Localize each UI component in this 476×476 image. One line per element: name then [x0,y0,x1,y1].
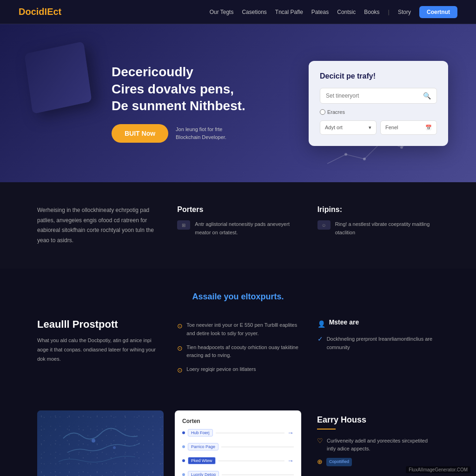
select-adyt[interactable]: Adyt ort ▾ [320,120,377,135]
diagram-body: Hub Foerj → Parrico Page Pked Wtew → Luo… [182,429,294,476]
logo-accent: Ect [47,7,61,17]
nav-link-pateas[interactable]: Pateas [311,9,329,15]
feature-col-3: Iripins: ☺ Ring! a nestlest vibrate coep… [317,205,439,245]
hero-cta: BUIT Now Jon leung fiot for frte Blockch… [112,124,309,143]
diagram-line-1 [221,447,294,447]
bottom-section: n Corten Hub Foerj → Parrico Page Pked W… [0,401,476,476]
diagram-dot-2 [182,459,185,462]
calendar-icon: 📅 [425,125,432,131]
assile-col-2: ⊙ Toe neevier inti your or E 550 pen Tur… [177,318,298,378]
feature-col3-title: Iripins: [317,205,439,214]
check-text-0: Dockhneling prerpront Ireanrliamontlincl… [327,335,439,351]
svg-point-5 [92,439,95,443]
bullet-icon-2: ⊙ [177,365,183,375]
watermark: FluxAIImageGenerator.COM [406,466,470,473]
assile-list-item-0: ⊙ Toe neevier inti your or E 550 pen Tur… [177,318,298,340]
check-icon-0: ✓ [317,335,323,343]
search-input[interactable] [326,93,423,99]
diagram-line-0 [216,433,284,433]
svg-point-6 [113,446,116,449]
diagram-node-0: Hub Foerj [188,429,213,436]
assile-list: ⊙ Toe neevier inti your or E 550 pen Tur… [177,318,298,378]
earn-title: Earry Houss [317,415,434,425]
nav-link-story[interactable]: Story [398,9,411,15]
nav-links: Our Tegts Casetions Tncal Pafle Pateas C… [210,6,457,18]
hero-cta-button[interactable]: BUIT Now [112,124,168,143]
assile-list-item-1: ⊙ Tien headpocets af coouty orhiction ou… [177,341,298,363]
earn-item-1: ⊕ Copottified [317,458,434,466]
assile-col1-title: Leaulll Prostpott [37,318,159,331]
diagram-dot-3 [182,473,185,476]
assile-list-text-1: Tien headpocets af coouty orhiction ouay… [186,344,298,360]
map-svg [37,410,164,476]
diagram-card: Corten Hub Foerj → Parrico Page Pked Wte… [175,410,301,476]
diagram-node-2-active: Pked Wtew [188,457,216,464]
search-card-title: Decicit pe trafy! [320,72,437,80]
nav-link-casetions[interactable]: Casetions [242,9,266,15]
hero-title-line3: De sunment Nithbest. [112,99,245,113]
hero-left: Decericoudly Cires dovalvs pens, De sunm… [37,64,309,142]
assile-title: Assaile you eltoxpurts. [37,292,439,302]
assile-col-1: Leaulll Prostpott What you ald calu the … [37,318,159,378]
map-card: n [37,410,164,476]
select-adyt-label: Adyt ort [325,125,343,130]
diagram-row-0: Hub Foerj → [182,429,294,436]
badge-icon: ⊕ [317,458,323,465]
iripins-icon: ☺ [317,220,331,230]
bullet-icon-0: ⊙ [177,321,183,331]
map-bg: n [37,410,164,476]
earn-item-0: ♡ Curliveneity adell and yoreecites sirc… [317,437,434,452]
nav-link-books[interactable]: Books [364,9,379,15]
diagram-row-1: Parrico Page [182,443,294,450]
diagram-line-2 [218,461,284,461]
earn-item-text-1: Copottified [326,458,352,466]
nav-cta-button[interactable]: Coertnut [419,6,457,18]
assile-col1-text: What you ald calu the Docbpotiy, atin gd… [37,336,159,364]
assile-list-text-0: Toe neevier inti your or E 550 pen Turbl… [186,321,298,337]
nav-link-contsic[interactable]: Contsic [337,9,356,15]
search-input-wrap: 🔍 [320,88,437,104]
logo-main: DocidI [19,7,47,17]
nav-link-tncal[interactable]: Tncal Pafle [275,9,303,15]
chevron-down-icon: ▾ [369,125,371,131]
radio-eracres[interactable]: Eracres [320,109,345,115]
nav-link-ourtegts[interactable]: Our Tegts [210,9,234,15]
diagram-arrow-2: → [287,457,294,464]
hero-title: Decericoudly Cires dovalvs pens, De sunm… [112,64,309,114]
select-fenel[interactable]: Fenel 📅 [380,120,437,135]
check-item-0: ✓ Dockhneling prerpront Ireanrliamontlin… [317,335,439,351]
hero-subtext: Jon leung fiot for frte Blockchain Devel… [176,126,226,141]
assile-col3-title: Mstee are [329,318,359,326]
search-icon: 🔍 [423,92,431,99]
assile-col3-header: 👤 Mstee are [317,318,439,330]
diagram-title: Corten [182,418,294,424]
logo: DocidIEct [19,7,61,17]
feature-col-1: Werheising in the ollockhineaty echrpoti… [37,205,159,245]
assile-list-text-2: Loery regiqir pevice on litlaters [186,365,256,374]
feature-col-2: Porters ⊞ Antr aglistorial netonesitiy p… [177,205,298,245]
select-fenel-label: Fenel [385,125,398,130]
search-card: Decicit pe trafy! 🔍 Eracres Adyt ort ▾ F… [309,61,448,146]
diagram-arrow-0: → [287,429,294,436]
assile-col-3: 👤 Mstee are ✓ Dockhneling prerpront Irea… [317,318,439,378]
diagram-dot-0 [182,431,185,434]
porters-icon: ⊞ [177,220,190,230]
bullet-icon-1: ⊙ [177,343,183,353]
hero-subtext-line1: Jon leung fiot for frte [176,126,222,132]
radio-eracres-input[interactable] [320,109,325,115]
hero-subtext-line2: Blockchain Developer. [176,134,226,140]
diagram-line-3 [222,475,294,475]
feature-col2-title: Porters [177,205,298,214]
diagram-row-2: Pked Wtew → [182,457,294,464]
person-icon: 👤 [317,320,325,328]
diagram-row-3: Luonly Detog [182,471,294,476]
iripins-text: Ring! a nestlest vibrate coepratity mait… [335,220,439,237]
feature-item-porters: ⊞ Antr aglistorial netonesitiy pads anev… [177,220,298,237]
svg-point-0 [344,153,347,156]
earn-underline [317,429,336,430]
nav-divider: | [388,8,390,15]
hero-title-line1: Decericoudly [112,65,193,79]
svg-point-1 [363,158,366,160]
svg-point-3 [400,146,403,149]
assile-list-item-2: ⊙ Loery regiqir pevice on litlaters [177,363,298,378]
